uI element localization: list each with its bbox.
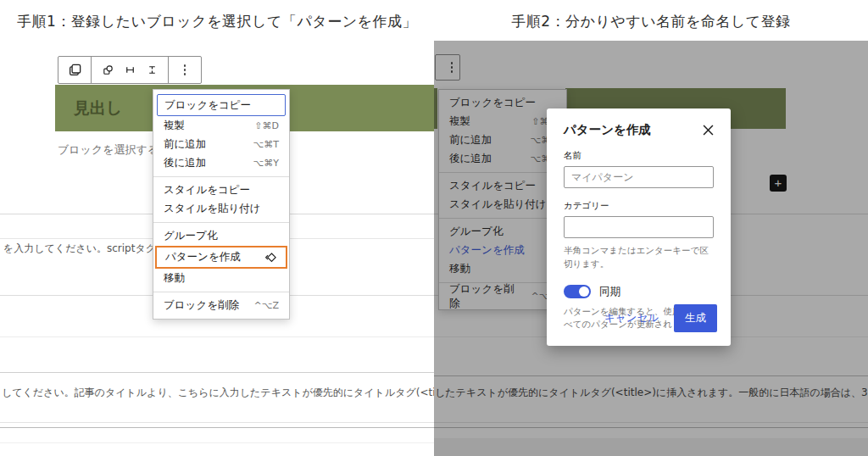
multi-block-icon[interactable] <box>64 57 86 83</box>
toggle-knob <box>579 286 589 297</box>
toolbar-block-cell <box>58 57 92 83</box>
table-line <box>0 427 434 428</box>
category-label: カテゴリー <box>564 200 714 212</box>
menu-separator <box>153 292 289 292</box>
create-pattern-modal: パターンを作成 名前 カテゴリー 半角コンマまたはエンターキーで区切ります。 同… <box>547 108 731 346</box>
right-editor-panel: したテキストが優先的にタイトルタグ(<title>)に挿入されます。一般的に日本… <box>434 41 868 456</box>
menu-item-copy-styles[interactable]: スタイルをコピー <box>153 181 289 199</box>
settings-row-text: してください。記事のタイトルより、こちらに入力したテキストが優先的にタイトルタグ… <box>2 386 434 400</box>
sync-toggle-row: 同期 <box>564 285 714 299</box>
create-button[interactable]: 生成 <box>674 304 717 332</box>
table-line <box>0 336 434 337</box>
move-down-icon[interactable] <box>141 57 163 83</box>
left-editor-panel: を入力してください。scriptタグは不要です。 してください。記事のタイトルよ… <box>0 41 434 456</box>
modal-footer: キャンセル 生成 <box>604 304 717 332</box>
table-line <box>0 372 434 373</box>
name-label: 名前 <box>564 150 714 162</box>
menu-item-insert-before[interactable]: 前に追加 ⌥⌘T <box>153 136 289 153</box>
menu-item-copy-block[interactable]: ブロックをコピー <box>157 94 286 116</box>
shortcut: ⌥⌘Y <box>253 158 279 169</box>
transform-icon[interactable] <box>97 57 119 83</box>
shortcut: ⌥⌘T <box>253 139 279 150</box>
menu-item-paste-styles[interactable]: スタイルを貼り付け <box>153 200 289 218</box>
cancel-button[interactable]: キャンセル <box>604 311 659 325</box>
pattern-category-input[interactable] <box>564 216 714 238</box>
menu-item-duplicate[interactable]: 複製 ⇧⌘D <box>153 117 289 135</box>
vertical-dots-icon <box>184 64 186 75</box>
modal-header: パターンを作成 <box>564 122 714 138</box>
options-icon[interactable] <box>174 57 196 83</box>
toolbar-move-cell <box>92 57 169 83</box>
menu-item-create-pattern[interactable]: パターンを作成 <box>155 246 287 269</box>
pattern-icon <box>264 251 277 264</box>
modal-title: パターンを作成 <box>564 122 651 138</box>
close-icon[interactable] <box>703 125 714 136</box>
step1-title: 手順1：登録したいブロックを選択して「パターンを作成」 <box>0 12 434 31</box>
menu-item-insert-after[interactable]: 後に追加 ⌥⌘Y <box>153 154 289 172</box>
menu-separator <box>153 176 289 177</box>
menu-item-move[interactable]: 移動 <box>153 270 289 287</box>
block-toolbar <box>58 56 202 84</box>
shortcut: ^⌥Z <box>254 300 279 311</box>
sync-label: 同期 <box>599 285 620 299</box>
menu-item-remove-block[interactable]: ブロックを削除 ^⌥Z <box>153 297 289 314</box>
step2-title: 手順2：分かりやすい名前を命名して登録 <box>434 12 868 31</box>
move-up-icon[interactable] <box>119 57 141 83</box>
heading-block-text: 見出し <box>74 97 122 120</box>
menu-separator <box>153 222 289 223</box>
sync-toggle[interactable] <box>564 285 591 298</box>
pattern-name-input[interactable] <box>564 166 714 188</box>
table-line <box>0 442 434 443</box>
toolbar-options-cell <box>169 57 201 83</box>
tutorial-image: 手順1：登録したいブロックを選択して「パターンを作成」 手順2：分かりやすい名前… <box>0 0 868 456</box>
shortcut: ⇧⌘D <box>254 120 279 131</box>
table-line <box>0 422 434 423</box>
block-options-menu: ブロックをコピー 複製 ⇧⌘D 前に追加 ⌥⌘T 後に追加 ⌥⌘Y スタイルをコ… <box>153 89 290 320</box>
category-help-text: 半角コンマまたはエンターキーで区切ります。 <box>564 244 714 271</box>
menu-item-group[interactable]: グループ化 <box>153 227 289 245</box>
